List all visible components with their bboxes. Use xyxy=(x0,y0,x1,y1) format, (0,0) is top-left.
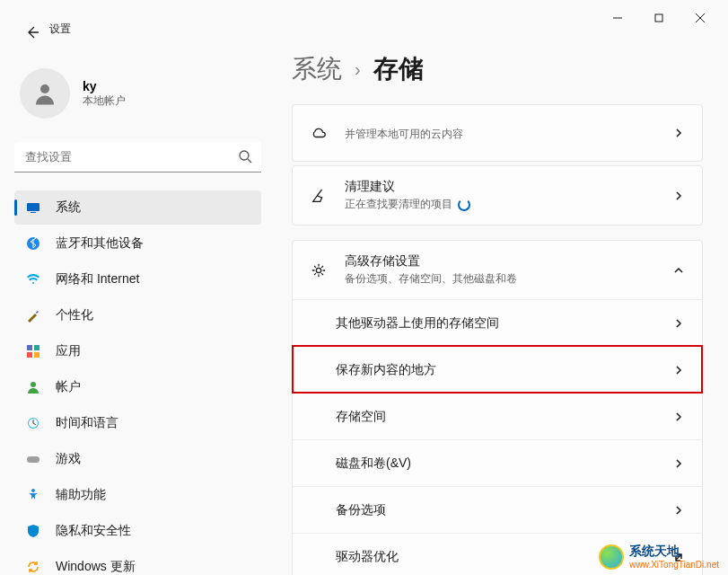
svg-rect-13 xyxy=(34,352,39,358)
breadcrumb-root[interactable]: 系统 xyxy=(292,52,342,86)
bluetooth-icon xyxy=(25,235,41,252)
wifi-icon xyxy=(25,271,41,288)
maximize-button[interactable] xyxy=(638,4,680,32)
system-icon xyxy=(25,199,41,216)
svg-point-4 xyxy=(40,84,49,93)
close-button[interactable] xyxy=(680,4,721,32)
breadcrumb: 系统 › 存储 xyxy=(292,52,703,86)
broom-icon xyxy=(309,188,329,204)
sidebar: ky 本地帐户 系统 蓝牙和其他设备 网络和 In xyxy=(0,36,274,575)
nav-label: 隐私和安全性 xyxy=(56,523,131,539)
content-area: 系统 › 存储 并管理本地可用的云内容 清理建议 xyxy=(274,36,728,575)
svg-rect-17 xyxy=(27,456,39,463)
advanced-sub-list: 其他驱动器上使用的存储空间 保存新内容的地方 存储空间 磁盘和卷(&V) xyxy=(293,299,702,575)
account-icon xyxy=(25,379,41,395)
search-input[interactable] xyxy=(14,142,261,172)
nav-label: 游戏 xyxy=(56,451,81,467)
chevron-right-icon xyxy=(671,503,686,518)
sub-item-save-locations[interactable]: 保存新内容的地方 xyxy=(293,346,702,393)
user-icon xyxy=(31,80,58,107)
nav-bluetooth[interactable]: 蓝牙和其他设备 xyxy=(14,226,261,261)
sub-label: 保存新内容的地方 xyxy=(336,362,436,378)
chevron-right-icon xyxy=(671,189,686,203)
nav-network[interactable]: 网络和 Internet xyxy=(14,262,261,296)
cloud-icon xyxy=(309,125,329,141)
nav-time[interactable]: 时间和语言 xyxy=(14,406,261,440)
gamepad-icon xyxy=(25,451,41,467)
nav-apps[interactable]: 应用 xyxy=(14,334,261,368)
nav-accessibility[interactable]: 辅助功能 xyxy=(14,478,261,512)
chevron-right-icon xyxy=(671,410,686,424)
chevron-right-icon xyxy=(671,363,686,377)
svg-rect-12 xyxy=(27,352,32,358)
chevron-up-icon xyxy=(671,263,686,278)
minimize-button[interactable] xyxy=(597,4,638,32)
svg-point-14 xyxy=(31,382,36,387)
cloud-content-subtitle: 并管理本地可用的云内容 xyxy=(345,127,671,142)
chevron-right-icon xyxy=(671,316,686,331)
svg-rect-10 xyxy=(27,345,32,350)
nav-label: 应用 xyxy=(56,343,81,359)
sub-item-backup-options[interactable]: 备份选项 xyxy=(293,486,702,533)
nav-label: 辅助功能 xyxy=(56,487,106,503)
sub-label: 存储空间 xyxy=(336,409,386,425)
cloud-content-card[interactable]: 并管理本地可用的云内容 xyxy=(292,104,703,162)
user-block[interactable]: ky 本地帐户 xyxy=(14,50,274,137)
sub-label: 备份选项 xyxy=(336,502,386,518)
sub-item-storage-spaces[interactable]: 存储空间 xyxy=(293,393,702,439)
sub-label: 其他驱动器上使用的存储空间 xyxy=(336,315,499,332)
user-name: ky xyxy=(83,79,126,93)
accessibility-icon xyxy=(25,487,41,503)
svg-line-6 xyxy=(248,159,251,163)
cleanup-recommendations-card[interactable]: 清理建议 正在查找要清理的项目 xyxy=(292,165,703,226)
svg-point-19 xyxy=(316,268,320,272)
sub-item-other-drives[interactable]: 其他驱动器上使用的存储空间 xyxy=(293,299,702,346)
nav-update[interactable]: Windows 更新 xyxy=(14,550,261,575)
avatar xyxy=(20,68,70,119)
loading-spinner-icon xyxy=(458,199,470,211)
nav-privacy[interactable]: 隐私和安全性 xyxy=(14,514,261,548)
breadcrumb-leaf: 存储 xyxy=(373,52,424,86)
nav-label: 蓝牙和其他设备 xyxy=(56,235,144,252)
svg-rect-1 xyxy=(655,14,662,22)
sub-item-disks-volumes[interactable]: 磁盘和卷(&V) xyxy=(293,439,702,486)
settings-window: 设置 ky 本地帐户 系统 xyxy=(0,0,728,575)
nav-menu: 系统 蓝牙和其他设备 网络和 Internet 个性化 应用 xyxy=(14,190,274,575)
chevron-right-icon xyxy=(671,126,686,140)
maximize-icon xyxy=(654,10,663,26)
sub-item-drive-optimization[interactable]: 驱动器优化 xyxy=(293,533,702,575)
app-title: 设置 xyxy=(49,22,71,37)
nav-label: 网络和 Internet xyxy=(56,271,139,288)
cleanup-subtitle: 正在查找要清理的项目 xyxy=(345,197,452,212)
search-icon xyxy=(238,149,252,167)
gear-icon xyxy=(309,262,329,279)
back-arrow-icon xyxy=(25,25,39,40)
nav-label: 系统 xyxy=(56,199,81,216)
back-button[interactable] xyxy=(16,16,48,49)
clock-icon xyxy=(25,415,41,431)
external-link-icon xyxy=(671,550,686,564)
nav-system[interactable]: 系统 xyxy=(14,190,261,225)
svg-rect-7 xyxy=(27,203,39,211)
search-wrap xyxy=(14,142,261,172)
close-icon xyxy=(696,10,705,26)
svg-point-18 xyxy=(31,489,35,492)
svg-rect-8 xyxy=(31,212,36,213)
shield-icon xyxy=(25,523,41,539)
chevron-right-icon: › xyxy=(355,59,361,80)
cleanup-title: 清理建议 xyxy=(345,179,671,195)
sub-label: 驱动器优化 xyxy=(336,549,399,565)
nav-gaming[interactable]: 游戏 xyxy=(14,442,261,476)
nav-label: Windows 更新 xyxy=(56,559,136,575)
update-icon xyxy=(25,559,41,575)
nav-personalization[interactable]: 个性化 xyxy=(14,298,261,332)
nav-label: 帐户 xyxy=(56,379,81,395)
user-type: 本地帐户 xyxy=(83,93,126,109)
nav-accounts[interactable]: 帐户 xyxy=(14,370,261,404)
nav-label: 个性化 xyxy=(56,307,93,323)
advanced-storage-header[interactable]: 高级存储设置 备份选项、存储空间、其他磁盘和卷 xyxy=(293,241,702,299)
minimize-icon xyxy=(613,10,622,26)
svg-point-5 xyxy=(240,151,249,160)
advanced-storage-card: 高级存储设置 备份选项、存储空间、其他磁盘和卷 其他驱动器上使用的存储空间 保存… xyxy=(292,240,703,575)
chevron-right-icon xyxy=(671,456,686,471)
